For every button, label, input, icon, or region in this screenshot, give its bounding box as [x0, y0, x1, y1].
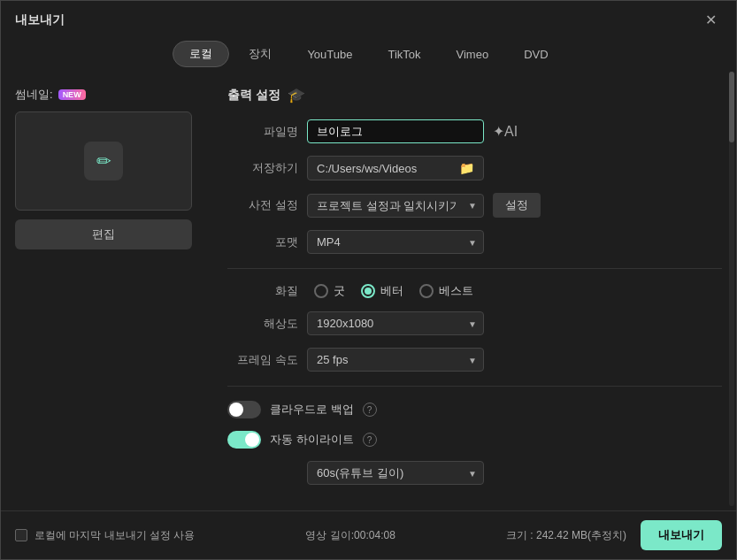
cloud-backup-row: 클라우드로 백업 ? — [227, 401, 722, 418]
auto-highlight-row: 자동 하이라이트 ? — [227, 431, 722, 449]
divider-2 — [227, 386, 722, 387]
savepath-row: 저장하기 C:/Users/ws/Videos 📁 — [227, 156, 722, 180]
quality-best[interactable]: 베스트 — [419, 283, 473, 299]
cloud-backup-label: 클라우드로 백업 — [270, 402, 354, 418]
auto-highlight-toggle[interactable] — [227, 431, 261, 449]
cloud-backup-info-icon[interactable]: ? — [363, 403, 377, 417]
quality-better-radio-inner — [365, 288, 372, 295]
tab-local[interactable]: 로컬 — [173, 41, 229, 67]
footer-duration: 영상 길이:00:04:08 — [305, 528, 395, 543]
framerate-row: 프레임 속도 25 fps ▼ — [227, 348, 722, 372]
tab-device[interactable]: 장치 — [233, 41, 288, 67]
folder-icon[interactable]: 📁 — [459, 161, 474, 175]
thumbnail-label-row: 썸네일: NEW — [15, 87, 210, 103]
save-path-text: C:/Users/ws/Videos — [317, 162, 417, 175]
footer-right: 크기 : 242.42 MB(추정치) 내보내기 — [506, 520, 722, 550]
window-title: 내보내기 — [15, 12, 65, 28]
save-label: 저장하기 — [227, 160, 298, 176]
format-select[interactable]: MP4 — [307, 230, 484, 254]
quality-good[interactable]: 굿 — [314, 283, 345, 299]
preset-select-wrapper: 프로젝트 설정과 일치시키기 ▼ — [307, 194, 484, 218]
thumbnail-text: 썸네일: — [15, 87, 53, 103]
quality-best-radio[interactable] — [419, 284, 434, 298]
auto-highlight-toggle-knob — [245, 433, 259, 447]
edit-thumbnail-button[interactable]: 편집 — [15, 219, 192, 249]
quality-better-radio[interactable] — [361, 284, 375, 298]
edit-pencil-icon: ✏ — [84, 142, 123, 180]
tab-dvd[interactable]: DVD — [508, 41, 564, 67]
tab-youtube[interactable]: YouTube — [291, 41, 368, 67]
tabs-bar: 로컬 장치 YouTube TikTok Vimeo DVD — [1, 37, 736, 78]
framerate-select[interactable]: 25 fps — [307, 348, 484, 372]
auto-highlight-label: 자동 하이라이트 — [270, 432, 354, 448]
preset-select[interactable]: 프로젝트 설정과 일치시키기 — [307, 194, 484, 218]
new-badge: NEW — [58, 89, 86, 100]
cloud-backup-toggle-knob — [229, 403, 243, 417]
left-panel: 썸네일: NEW ✏ 편집 — [15, 78, 210, 510]
resolution-select-wrapper: 1920x1080 ▼ — [307, 311, 484, 335]
filename-label: 파일명 — [227, 124, 298, 140]
quality-good-radio[interactable] — [314, 284, 328, 298]
resolution-select[interactable]: 1920x1080 — [307, 311, 484, 335]
auto-highlight-info-icon[interactable]: ? — [363, 433, 377, 447]
close-button[interactable]: ✕ — [700, 10, 722, 30]
resolution-row: 해상도 1920x1080 ▼ — [227, 311, 722, 335]
quality-best-label: 베스트 — [439, 283, 473, 299]
preset-label: 사전 설정 — [227, 197, 298, 213]
format-select-wrapper: MP4 ▼ — [307, 230, 484, 254]
cloud-backup-toggle[interactable] — [227, 401, 261, 418]
section-header: 출력 설정 🎓 — [227, 87, 722, 104]
thumbnail-box[interactable]: ✏ — [15, 111, 192, 211]
resolution-label: 해상도 — [227, 316, 298, 332]
filename-input[interactable] — [307, 119, 484, 143]
scrollbar-track — [729, 78, 734, 506]
framerate-select-wrapper: 25 fps ▼ — [307, 348, 484, 372]
main-content: 썸네일: NEW ✏ 편집 출력 설정 🎓 파일명 ✦AI 저장하 — [1, 78, 736, 510]
quality-better[interactable]: 베터 — [361, 283, 403, 299]
footer-left: 로컬에 마지막 내보내기 설정 사용 — [15, 528, 195, 543]
filename-row: 파일명 ✦AI — [227, 119, 722, 143]
footer-size: 크기 : 242.42 MB(추정치) — [506, 528, 626, 543]
highlight-duration-wrapper: 60s(유튜브 길이) ▼ — [307, 461, 484, 485]
tab-tiktok[interactable]: TikTok — [372, 41, 436, 67]
preset-settings-button[interactable]: 설정 — [493, 193, 541, 218]
divider-1 — [227, 268, 722, 269]
settings-hat-icon: 🎓 — [288, 87, 305, 104]
framerate-label: 프레임 속도 — [227, 352, 298, 368]
tab-vimeo[interactable]: Vimeo — [441, 41, 505, 67]
last-settings-label: 로컬에 마지막 내보내기 설정 사용 — [35, 528, 195, 543]
quality-label: 화질 — [227, 283, 298, 299]
ai-icon[interactable]: ✦AI — [493, 123, 518, 140]
quality-row: 화질 굿 베터 베스트 — [227, 283, 722, 299]
right-panel: 출력 설정 🎓 파일명 ✦AI 저장하기 C:/Users/ws/Videos … — [227, 78, 722, 510]
quality-good-label: 굿 — [334, 283, 345, 299]
format-label: 포맷 — [227, 234, 298, 250]
highlight-duration-row: 60s(유튜브 길이) ▼ — [307, 461, 722, 485]
quality-better-label: 베터 — [380, 283, 403, 299]
format-row: 포맷 MP4 ▼ — [227, 230, 722, 254]
preset-row: 사전 설정 프로젝트 설정과 일치시키기 ▼ 설정 — [227, 193, 722, 218]
highlight-duration-select[interactable]: 60s(유튜브 길이) — [307, 461, 484, 485]
save-path-display[interactable]: C:/Users/ws/Videos 📁 — [307, 156, 484, 180]
section-title: 출력 설정 — [227, 88, 280, 104]
scrollbar-thumb[interactable] — [729, 78, 734, 142]
export-button[interactable]: 내보내기 — [641, 520, 722, 550]
title-bar: 내보내기 ✕ — [1, 1, 736, 37]
export-window: 내보내기 ✕ 로컬 장치 YouTube TikTok Vimeo DVD 썸네… — [0, 0, 737, 560]
footer: 로컬에 마지막 내보내기 설정 사용 영상 길이:00:04:08 크기 : 2… — [1, 510, 736, 559]
last-settings-checkbox[interactable] — [15, 529, 27, 541]
